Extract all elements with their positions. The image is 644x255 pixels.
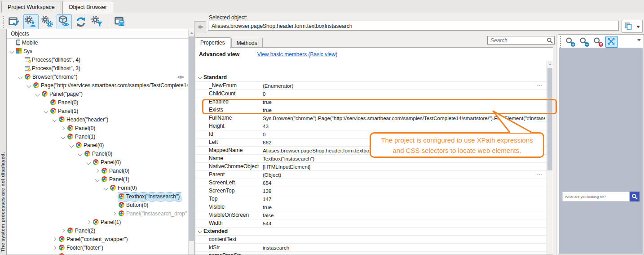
collapse-expander-icon[interactable] — [94, 175, 101, 184]
tab-object-browser[interactable]: Object Browser — [62, 1, 113, 14]
show-objects-button[interactable] — [57, 14, 72, 30]
expand-expander-icon[interactable] — [52, 244, 58, 252]
property-row-top[interactable]: Top147 — [196, 195, 547, 203]
tree-item-panel-1[interactable]: Panel(1) — [7, 175, 189, 184]
property-row-width[interactable]: Width544 — [196, 219, 547, 228]
property-row-childcount[interactable]: ChildCount0 — [196, 90, 547, 98]
toolbar-grip[interactable] — [2, 16, 4, 28]
tree-item-sys[interactable]: Sys — [7, 47, 189, 56]
tree-item-button-0[interactable]: Button(0) — [7, 201, 189, 210]
preview-search-input[interactable] — [562, 192, 630, 201]
property-row-newenum[interactable]: _NewEnum(Enumerator)... — [196, 82, 547, 90]
filter-settings-button[interactable] — [90, 14, 105, 30]
property-row-height[interactable]: Height43 — [196, 122, 547, 130]
collapse-expander-icon[interactable] — [18, 73, 24, 81]
tree-item-panel-0[interactable]: Panel(0) — [7, 150, 189, 158]
property-row-parent[interactable]: Parent(Object)... — [196, 171, 547, 179]
tree-item-process-dllhost-4[interactable]: Process("dllhost", 4) — [7, 56, 189, 64]
expand-expander-icon[interactable] — [94, 167, 101, 175]
preview-toolbar-grip[interactable] — [560, 36, 561, 48]
expand-expander-icon[interactable] — [86, 218, 93, 227]
tree-item-process-dllhost-3[interactable]: Process("dllhost", 3) — [7, 64, 189, 73]
property-row-visibleonscreen[interactable]: VisibleOnScreenfalse — [196, 211, 547, 219]
expand-expander-icon[interactable] — [60, 227, 67, 235]
collapse-expander-icon[interactable] — [35, 90, 41, 98]
property-row-exists[interactable]: Existstrue — [196, 106, 547, 114]
collapse-expander-icon[interactable] — [69, 141, 75, 150]
copy-button[interactable] — [622, 20, 635, 33]
fit-to-window-button[interactable] — [605, 36, 618, 48]
section-standard[interactable]: Standard — [196, 74, 547, 82]
system-processes-button[interactable] — [40, 14, 55, 30]
zoom-in-button[interactable] — [564, 36, 577, 48]
tree-item-panel-0[interactable]: Panel(0) — [7, 141, 189, 150]
tree-scrollbar[interactable] — [188, 29, 194, 255]
property-row-contenttext[interactable]: contentText — [196, 236, 547, 244]
tree-item-panel-1[interactable]: Panel(1) — [7, 107, 189, 116]
preview-menu-button[interactable] — [637, 39, 641, 41]
tab-methods[interactable]: Methods — [231, 38, 263, 48]
property-row-nativechromeobject[interactable]: NativeChromeObject[HTMLInputElement] — [196, 163, 547, 171]
tree-item-panel-0[interactable]: Panel(0) — [7, 98, 189, 107]
property-name: Name — [209, 155, 262, 162]
selected-object-field[interactable]: Aliases.browser.pageShop.header.form.tex… — [208, 21, 619, 31]
basic-view-link[interactable]: View basic members (Basic view) — [257, 51, 338, 58]
tree-item-footer-footer[interactable]: Footer("footer") — [7, 244, 189, 252]
objects-column-header[interactable]: Objects — [7, 29, 194, 39]
collapse-expander-icon[interactable] — [77, 150, 84, 158]
tree-item-browser-chrome[interactable]: Browser("chrome") — [7, 73, 189, 81]
property-row-enabled[interactable]: Enabledtrue — [196, 98, 547, 106]
tree-item-panel-1[interactable]: Panel(1) — [7, 218, 189, 227]
collapse-expander-icon[interactable] — [9, 47, 16, 56]
collapse-expander-icon[interactable] — [103, 184, 110, 192]
tree-item-textbox-instasearch[interactable]: Textbox("instasearch") — [7, 192, 189, 201]
tab-project-workspace[interactable]: Project Workspace — [1, 1, 61, 13]
preview-search-button[interactable] — [630, 192, 640, 201]
tree-item-panel-0[interactable]: Panel(0) — [7, 167, 189, 175]
property-row-visible[interactable]: Visibletrue — [196, 203, 547, 211]
tree-item-header-header[interactable]: Header("header") — [7, 116, 189, 124]
copy-dropdown-button[interactable] — [634, 20, 643, 33]
window-check-button[interactable] — [7, 14, 22, 30]
collapse-expander-icon[interactable] — [60, 133, 67, 141]
collapse-expander-icon[interactable] — [26, 81, 33, 90]
property-row-screenleft[interactable]: ScreenLeft654 — [196, 179, 547, 187]
grid-scrollbar-thumb[interactable] — [547, 68, 552, 170]
tab-properties[interactable]: Properties — [195, 37, 230, 49]
property-row-screentop[interactable]: ScreenTop139 — [196, 187, 547, 195]
back-button[interactable] — [194, 21, 206, 33]
refresh-button[interactable] — [73, 14, 88, 30]
tree-item-panel-0[interactable]: Panel(0) — [7, 158, 189, 167]
more-button[interactable]: ... — [537, 170, 543, 177]
zoom-reset-button[interactable] — [591, 36, 604, 48]
tree-item-mobile[interactable]: Mobile — [7, 39, 189, 47]
zoom-out-button[interactable] — [578, 36, 591, 48]
property-row-namepropstr[interactable]: namePropStr — [196, 252, 547, 255]
new-window-button[interactable] — [113, 14, 128, 30]
tree-item-label: Mobile — [22, 40, 38, 46]
property-search-input[interactable] — [487, 36, 555, 45]
collapse-expander-icon[interactable] — [43, 107, 50, 116]
collapse-expander-icon[interactable] — [52, 116, 58, 124]
tree-item-page-http-services-smartbear-com-samples-testcomplete14-s[interactable]: Page("http://services.smartbear.com/samp… — [7, 81, 189, 90]
expand-expander-icon[interactable] — [60, 124, 67, 133]
section-extended[interactable]: Extended — [196, 228, 547, 236]
user-processes-button[interactable] — [23, 14, 39, 30]
tree-item-panel-2[interactable]: Panel(2) — [7, 227, 189, 235]
expand-expander-icon[interactable] — [111, 210, 118, 218]
property-row-fullname[interactable]: FullNameSys.Browser("chrome").Page("http… — [196, 114, 547, 122]
tree-item[interactable] — [7, 252, 189, 255]
scroll-up-arrow[interactable] — [547, 62, 553, 67]
collapse-expander-icon[interactable] — [86, 158, 93, 167]
more-button[interactable]: ... — [537, 81, 543, 88]
tree-item-panel-content-wrapper[interactable]: Panel("content_wrapper") — [7, 235, 189, 244]
tree-scrollbar-thumb[interactable] — [189, 36, 194, 241]
tree-item-panel-instasearch-drop[interactable]: Panel("instasearch_drop" — [7, 210, 189, 218]
tree-item-form-0[interactable]: Form(0) — [7, 184, 189, 192]
tree-item-panel-page[interactable]: Panel("page") — [7, 90, 189, 98]
tree-item-panel-0[interactable]: Panel(0) — [7, 124, 189, 133]
grid-scrollbar[interactable] — [547, 61, 553, 255]
expand-expander-icon[interactable] — [52, 235, 58, 244]
property-row-idstr[interactable]: idStrinstasearch — [196, 244, 547, 252]
tree-item-panel-1[interactable]: Panel(1) — [7, 133, 189, 141]
